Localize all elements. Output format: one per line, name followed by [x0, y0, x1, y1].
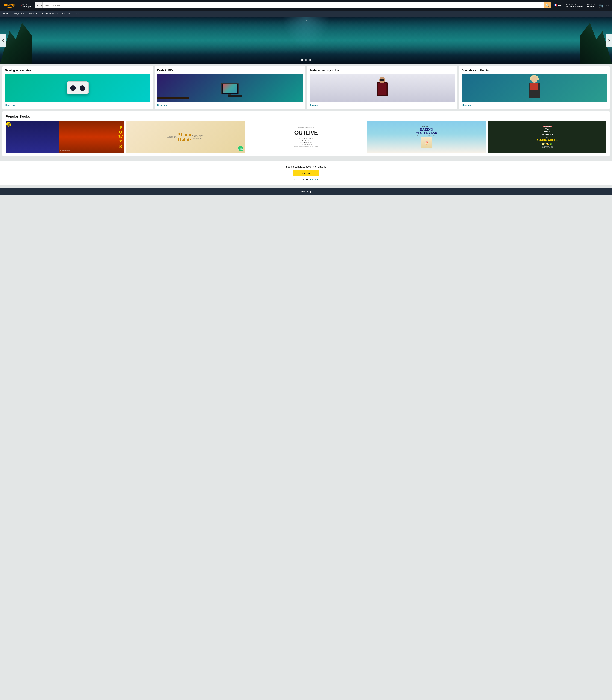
gaming-card-title: Gaming accessories: [5, 69, 150, 72]
power-letter-w: W: [119, 135, 123, 139]
search-category-select[interactable]: All: [34, 2, 43, 8]
fashion-body: [378, 83, 387, 95]
hero-dot-2[interactable]: [305, 59, 307, 61]
baking-figure: 🎂: [421, 137, 432, 148]
amazon-logo[interactable]: amazon: [2, 1, 17, 10]
deliver-to[interactable]: Deliver to 📍 Ethiopia: [19, 2, 33, 8]
star-decoration: [294, 31, 294, 31]
cookbook-young-chefs: YOUNG CHEFS: [537, 138, 558, 142]
outlive-tagline: RETHINKING MEDICINE • TO LIVE BETTER LON…: [294, 146, 318, 147]
pcs-shop-now-link[interactable]: Shop now: [157, 104, 167, 106]
baking-subtitle: the best recipes from the 1900s to the 1…: [417, 135, 436, 136]
nav-customer-services[interactable]: Customer Services: [39, 11, 60, 16]
fashion-card-title: Fashion trends you like: [309, 69, 455, 72]
nav-registry[interactable]: Registry: [27, 11, 39, 16]
vr-lens-right: [80, 85, 85, 91]
recommendations-section: See personalized recommendations sign in…: [0, 161, 612, 185]
signin-button[interactable]: sign in: [293, 170, 319, 176]
fashion-figure-graphic: [376, 77, 388, 102]
nav-all-menu[interactable]: ☰ All: [1, 11, 10, 16]
fashion-deals-image-placeholder: [462, 73, 607, 102]
book-complete-cookbook[interactable]: TEST KITCHEN TheCOMPLETECOOKBOOK for YOU…: [488, 121, 607, 153]
hero-dot-3[interactable]: [309, 59, 311, 61]
start-here-link[interactable]: Start here.: [309, 178, 319, 180]
hero-prev-button[interactable]: ❮: [0, 34, 6, 46]
account-lists-label: Account & Lists: [566, 5, 582, 8]
hero-light: [282, 16, 330, 48]
book-baking-yesteryear[interactable]: B. DYLAN HOLLIS BAKINGYESTERYEAR the bes…: [367, 121, 486, 153]
cart[interactable]: 🛒 Cart: [598, 2, 610, 9]
book-power-letters: P O W E R: [119, 121, 123, 153]
nav-gift-cards-label: Gift Cards: [62, 12, 72, 15]
pc-monitor-graphic: [221, 83, 239, 94]
outlive-coauthor: WITH BILL GIFFORD: [300, 144, 312, 145]
book-power[interactable]: NATIONAL BEST SELLER P O W E R ROBERT GR…: [5, 121, 124, 153]
nav-todays-deals-label: Today's Deals: [12, 12, 25, 15]
book-outlive-cover: #1 NEW YORK TIMES BESTSELLER OUTLIVE THE…: [247, 121, 365, 153]
header: amazon Deliver to 📍 Ethiopia All 🔍 🇫🇷 EN…: [0, 0, 612, 11]
hero-next-button[interactable]: ❯: [606, 34, 612, 46]
star-decoration: [276, 24, 276, 24]
nav-sell-label: Sell: [75, 12, 79, 15]
baking-author: B. DYLAN HOLLIS: [422, 126, 431, 127]
star-decoration: [306, 21, 307, 21]
language-selector[interactable]: 🇫🇷 EN ▾: [553, 3, 564, 8]
book-power-cover: NATIONAL BEST SELLER P O W E R ROBERT GR…: [5, 121, 124, 153]
gaming-accessories-card: Gaming accessories Shop now: [2, 66, 153, 109]
shop-deals-card-image: [462, 73, 607, 102]
fashion2-head: [531, 76, 537, 83]
new-customer-label: New customer?: [293, 178, 308, 180]
pcs-card-image: [157, 73, 303, 102]
chevron-left-icon: ❮: [2, 38, 4, 42]
vr-headset-graphic: [67, 81, 89, 94]
shop-deals-fashion-title: Shop deals in Fashion: [462, 69, 607, 72]
book-atomic-habits[interactable]: Tiny Changes,Remarkable Results AtomicHa…: [126, 121, 245, 153]
shop-deals-fashion-shop-now-link[interactable]: Shop now: [462, 104, 472, 106]
popular-books-section: Popular Books NATIONAL BEST SELLER P O W…: [2, 111, 610, 156]
location-icon: 📍: [20, 5, 23, 8]
atomic-main-title: AtomicHabits: [177, 132, 192, 142]
power-letter-r: R: [119, 144, 122, 149]
food-icon-3: 🥦: [550, 143, 553, 145]
pc-screen: [223, 84, 237, 93]
back-to-top-label: Back to top: [301, 190, 311, 193]
food-icon-2: 🍋: [546, 143, 549, 145]
hero-pagination: [301, 59, 311, 61]
book-outlive[interactable]: #1 NEW YORK TIMES BESTSELLER OUTLIVE THE…: [247, 121, 365, 153]
cart-icon: 🛒: [599, 3, 604, 8]
pc-desk-graphic: [157, 97, 189, 99]
new-customer-text: New customer? Start here.: [5, 178, 607, 180]
recommendations-text: See personalized recommendations: [5, 165, 607, 168]
food-icon-1: 🥑: [542, 143, 545, 145]
power-letter-p: P: [120, 125, 122, 130]
search-input[interactable]: [43, 2, 544, 8]
shop-deals-fashion-card: Shop deals in Fashion Shop now: [459, 66, 610, 109]
logo-smile: [5, 6, 14, 8]
fashion-trends-card: Fashion trends you like Shop now: [307, 66, 457, 109]
cookbook-for: for: [546, 136, 548, 138]
nav-todays-deals[interactable]: Today's Deals: [11, 11, 27, 16]
main-content: Gaming accessories Shop now Deals in PCs: [0, 64, 612, 161]
outlive-nyt-badge: #1 NEW YORK TIMES BESTSELLER: [298, 127, 314, 128]
atomic-small-title: Tiny Changes,Remarkable Results: [167, 136, 177, 138]
lang-arrow-icon: ▾: [561, 4, 562, 6]
back-to-top[interactable]: Back to top: [0, 188, 612, 195]
fashion-shop-now-link[interactable]: Shop now: [309, 104, 319, 106]
pcs-image-placeholder: [157, 73, 303, 102]
all-label: All: [6, 12, 8, 15]
book-power-blue-stripe: [5, 121, 59, 153]
gaming-card-image: [5, 73, 150, 102]
account-and-lists[interactable]: Hello, sign in Account & Lists ▾: [565, 2, 585, 8]
nav-gift-cards[interactable]: Gift Cards: [60, 11, 73, 16]
product-cards-row: Gaming accessories Shop now Deals in PCs: [2, 66, 610, 109]
cookbook-food-icons: 🥑 🍋 🥦: [542, 143, 553, 145]
gaming-shop-now-link[interactable]: Shop now: [5, 104, 15, 106]
hero-dot-1[interactable]: [301, 59, 303, 61]
search-button[interactable]: 🔍: [544, 2, 551, 8]
nav-sell[interactable]: Sell: [74, 11, 81, 16]
book-baking-cover: B. DYLAN HOLLIS BAKINGYESTERYEAR the bes…: [367, 121, 486, 153]
returns-and-orders[interactable]: Returns & Orders: [586, 2, 596, 8]
baking-title: BAKINGYESTERYEAR: [416, 128, 437, 135]
pc-keyboard-graphic: [227, 95, 242, 97]
search-bar: All 🔍: [34, 2, 551, 8]
